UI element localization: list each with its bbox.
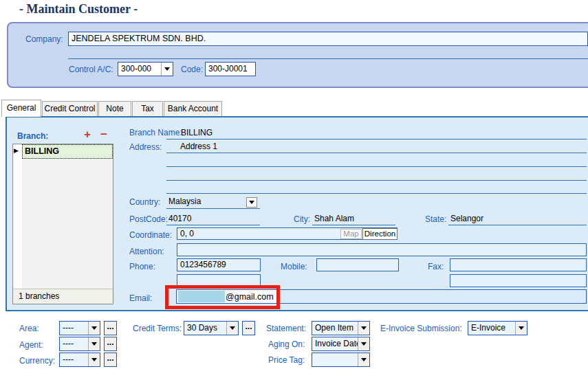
einvoice-submission-combobox[interactable]: E-Invoice bbox=[468, 321, 527, 335]
address-underline-4 bbox=[166, 193, 587, 194]
address-underline-2 bbox=[166, 166, 587, 167]
credit-terms-lookup-button[interactable]: ... bbox=[242, 321, 255, 335]
statement-label: Statement: bbox=[266, 324, 306, 333]
aging-on-value: Invoice Date bbox=[312, 337, 358, 350]
fax-label: Fax: bbox=[428, 262, 444, 271]
fax-input[interactable] bbox=[450, 258, 587, 271]
mobile-input[interactable] bbox=[316, 258, 399, 271]
country-label: Country: bbox=[129, 197, 160, 207]
price-tag-combobox[interactable] bbox=[312, 353, 370, 367]
chevron-down-icon[interactable] bbox=[226, 322, 238, 335]
phone-label: Phone: bbox=[129, 262, 155, 271]
branch-name-label: Branch Name: bbox=[129, 128, 182, 137]
address-line1[interactable]: Address 1 bbox=[180, 142, 217, 151]
control-ac-value: 300-000 bbox=[118, 63, 161, 76]
price-tag-label: Price Tag: bbox=[268, 355, 305, 365]
agent-combobox[interactable]: ---- bbox=[59, 337, 100, 351]
company-input[interactable]: JENDELA SPEKTRUM SDN. BHD. bbox=[68, 32, 588, 46]
chevron-down-icon[interactable] bbox=[88, 322, 100, 335]
city-underline bbox=[312, 225, 395, 225]
state-value[interactable]: Selangor bbox=[450, 214, 483, 223]
address-underline-1 bbox=[166, 153, 587, 153]
control-ac-label: Control A/C: bbox=[69, 65, 113, 74]
email-domain-text: @gmail.com bbox=[226, 292, 274, 302]
tab-note[interactable]: Note bbox=[98, 101, 131, 116]
country-underline bbox=[166, 208, 260, 209]
chevron-down-icon[interactable] bbox=[358, 337, 369, 350]
city-label: City: bbox=[294, 214, 310, 224]
attention-input[interactable] bbox=[177, 243, 587, 256]
currency-label: Currency: bbox=[19, 356, 55, 366]
coordinate-label: Coordinate: bbox=[129, 230, 172, 240]
agent-label: Agent: bbox=[19, 340, 43, 350]
mobile-label: Mobile: bbox=[281, 262, 307, 271]
currency-value: ---- bbox=[60, 353, 88, 366]
page-title: - Maintain Customer - bbox=[19, 2, 138, 16]
postcode-underline bbox=[166, 225, 260, 225]
tab-tax[interactable]: Tax bbox=[132, 101, 163, 116]
statement-value: Open Item bbox=[312, 322, 358, 335]
header-separator bbox=[68, 58, 588, 59]
address-label: Address: bbox=[129, 142, 162, 152]
add-branch-button[interactable]: + bbox=[84, 128, 91, 142]
currency-lookup-button[interactable]: ... bbox=[104, 353, 117, 367]
credit-terms-label: Credit Terms: bbox=[133, 324, 182, 333]
postcode-label: PostCode: bbox=[129, 214, 168, 224]
area-value: ---- bbox=[60, 322, 88, 335]
statement-combobox[interactable]: Open Item bbox=[312, 321, 370, 335]
area-label: Area: bbox=[19, 324, 39, 333]
agent-value: ---- bbox=[60, 337, 88, 350]
chevron-down-icon[interactable] bbox=[88, 353, 100, 366]
phone2-input[interactable] bbox=[177, 274, 261, 287]
tab-credit-control[interactable]: Credit Control bbox=[42, 101, 98, 116]
email-label: Email: bbox=[129, 293, 152, 303]
attention-label: Attention: bbox=[129, 247, 164, 256]
branch-list-gutter bbox=[13, 144, 22, 289]
country-chevron-down-icon[interactable] bbox=[246, 197, 257, 208]
credit-terms-combobox[interactable]: 30 Days bbox=[184, 321, 239, 335]
credit-terms-value: 30 Days bbox=[184, 322, 226, 335]
map-button[interactable]: Map bbox=[340, 229, 362, 240]
control-ac-combobox[interactable]: 300-000 bbox=[118, 62, 173, 76]
address-underline-3 bbox=[166, 180, 587, 181]
company-label: Company: bbox=[25, 34, 63, 44]
code-label: Code: bbox=[181, 65, 203, 74]
tab-general[interactable]: General bbox=[1, 100, 41, 117]
branch-list[interactable]: ▶ BILLING 1 branches bbox=[12, 144, 113, 304]
phone-input[interactable]: 0123456789 bbox=[177, 258, 261, 271]
chevron-down-icon[interactable] bbox=[88, 337, 100, 350]
branch-count-statusbar: 1 branches bbox=[13, 289, 113, 304]
direction-button[interactable]: Direction bbox=[362, 228, 398, 240]
city-value[interactable]: Shah Alam bbox=[314, 214, 354, 223]
einvoice-submission-label: E-Invoice Submission: bbox=[380, 324, 462, 333]
aging-on-label: Aging On: bbox=[268, 339, 305, 349]
email-selection-highlight bbox=[178, 291, 225, 302]
state-label: State: bbox=[425, 214, 446, 224]
branch-label: Branch: bbox=[17, 131, 48, 141]
aging-on-combobox[interactable]: Invoice Date bbox=[312, 337, 370, 351]
state-underline bbox=[448, 225, 587, 225]
country-value[interactable]: Malaysia bbox=[168, 197, 201, 206]
area-combobox[interactable]: ---- bbox=[59, 321, 100, 335]
fax2-input[interactable] bbox=[450, 274, 587, 287]
branch-list-item[interactable]: BILLING bbox=[22, 144, 113, 159]
price-tag-value bbox=[312, 353, 358, 366]
code-input[interactable]: 300-J0001 bbox=[205, 62, 256, 76]
remove-branch-button[interactable]: − bbox=[100, 128, 107, 142]
row-pointer-icon: ▶ bbox=[14, 147, 19, 154]
chevron-down-icon[interactable] bbox=[358, 322, 369, 335]
agent-lookup-button[interactable]: ... bbox=[104, 337, 117, 351]
chevron-down-icon[interactable] bbox=[515, 322, 527, 335]
area-lookup-button[interactable]: ... bbox=[104, 321, 117, 335]
chevron-down-icon[interactable] bbox=[161, 63, 173, 76]
einvoice-submission-value: E-Invoice bbox=[468, 322, 515, 335]
postcode-value[interactable]: 40170 bbox=[168, 214, 191, 223]
branch-name-underline bbox=[166, 139, 587, 139]
maintain-customer-window: - Maintain Customer - Company: JENDELA S… bbox=[0, 0, 588, 391]
currency-combobox[interactable]: ---- bbox=[59, 353, 100, 367]
branch-name-value[interactable]: BILLING bbox=[181, 128, 213, 137]
tab-bank-account[interactable]: Bank Account bbox=[164, 101, 222, 116]
chevron-down-icon[interactable] bbox=[358, 353, 369, 366]
